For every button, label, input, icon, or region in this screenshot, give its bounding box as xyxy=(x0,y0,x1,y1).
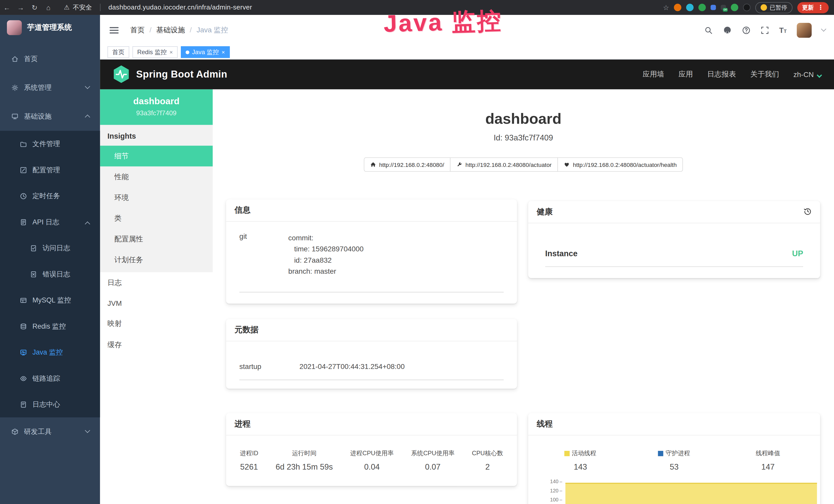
infrastructure-submenu: 文件管理 配置管理 定时任务 API 日志 访问日志 xyxy=(0,131,100,417)
tab-java-monitor[interactable]: Java 监控× xyxy=(181,46,229,58)
sba-brand[interactable]: Spring Boot Admin xyxy=(113,65,227,84)
close-icon[interactable]: × xyxy=(170,49,173,55)
sidebar-item-log-center[interactable]: 日志中心 xyxy=(0,391,100,417)
tab-redis-monitor[interactable]: Redis 监控× xyxy=(133,46,178,58)
history-icon[interactable] xyxy=(804,207,812,217)
sidebar-item-dev-tools[interactable]: 研发工具 xyxy=(0,417,100,446)
health-instance-label: Instance xyxy=(545,249,578,258)
legend-yellow-icon xyxy=(564,451,570,456)
chevron-down-icon xyxy=(85,428,90,433)
sidebar-item-mysql-monitor[interactable]: MySQL 监控 xyxy=(0,287,100,313)
github-icon[interactable] xyxy=(723,25,732,35)
menu-item-caches[interactable]: 缓存 xyxy=(100,335,213,356)
service-url-button[interactable]: http://192.168.0.2:48080/ xyxy=(364,157,451,172)
menu-item-config-props[interactable]: 配置属性 xyxy=(100,229,213,249)
sba-brand-title: Spring Boot Admin xyxy=(136,69,227,81)
y-axis-tick: 140 xyxy=(535,479,562,484)
omnibox[interactable]: ⚠ 不安全 dashboard.yudao.iocoder.cn/infra/a… xyxy=(64,3,252,12)
menu-item-logs[interactable]: 日志 xyxy=(100,272,213,294)
sidebar-item-redis-monitor[interactable]: Redis 监控 xyxy=(0,313,100,339)
extension-icon-green[interactable] xyxy=(698,4,706,11)
extension-icon-teal[interactable] xyxy=(686,4,694,11)
sidebar-item-system-mgmt[interactable]: 系统管理 xyxy=(0,73,100,102)
sidebar-item-api-log[interactable]: API 日志 xyxy=(0,209,100,235)
threads-metrics: 活动线程 143 守护进程 53 线程峰值 147 xyxy=(528,435,820,471)
tab-home[interactable]: 首页 xyxy=(107,46,129,58)
metadata-value: 2021-04-27T00:44:31.254+08:00 xyxy=(300,363,405,370)
search-icon[interactable] xyxy=(704,26,713,34)
sba-nav-applications[interactable]: 应用 xyxy=(679,70,693,79)
menu-item-classes[interactable]: 类 xyxy=(100,208,213,229)
extension-icon-orange[interactable] xyxy=(674,4,681,11)
sba-nav-wall[interactable]: 应用墙 xyxy=(643,70,664,79)
insights-group: Insights 细节 性能 环境 类 配置属性 计划任务 xyxy=(100,125,213,272)
sba-nav-about[interactable]: 关于我们 xyxy=(750,70,779,79)
screenshot-stage: ← → ↻ ⌂ ⚠ 不安全 dashboard.yudao.iocoder.cn… xyxy=(0,0,834,504)
metric-pid: 进程ID 5261 xyxy=(240,449,258,471)
close-icon[interactable]: × xyxy=(222,49,225,55)
sidebar-item-config-mgmt[interactable]: 配置管理 xyxy=(0,157,100,183)
process-metrics: 进程ID 5261 运行时间 6d 23h 15m 59s 进程CPU使用率 0… xyxy=(226,435,517,471)
eye-icon xyxy=(20,374,27,382)
threads-card-title: 线程 xyxy=(528,413,820,435)
chevron-down-icon xyxy=(817,72,822,77)
extension-icon-spider[interactable] xyxy=(743,4,750,11)
sidebar-item-access-log[interactable]: 访问日志 xyxy=(0,235,100,261)
fullscreen-icon[interactable] xyxy=(761,26,769,34)
metric-cpu-cores: CPU核心数 2 xyxy=(472,449,503,471)
kebab-menu-icon[interactable]: ⋮ xyxy=(817,4,824,11)
sidebar-item-home[interactable]: 首页 xyxy=(0,45,100,73)
bookmark-star-icon[interactable]: ☆ xyxy=(663,3,669,11)
back-icon[interactable]: ← xyxy=(0,3,14,11)
health-url-button[interactable]: http://192.168.0.2:48080/actuator/health xyxy=(557,157,683,172)
update-button[interactable]: 更新⋮ xyxy=(797,2,829,13)
sidebar-item-file-mgmt[interactable]: 文件管理 xyxy=(0,131,100,157)
smiley-icon xyxy=(761,4,767,11)
metadata-card-title: 元数据 xyxy=(226,319,517,341)
menu-item-environment[interactable]: 环境 xyxy=(100,187,213,208)
sidebar-item-java-monitor[interactable]: Java 监控 xyxy=(0,339,100,365)
breadcrumb-infra[interactable]: 基础设施 xyxy=(156,25,185,35)
menu-item-jvm[interactable]: JVM xyxy=(100,294,213,313)
instance-header[interactable]: dashboard 93a3fc7f7409 xyxy=(100,89,213,125)
breadcrumb-home[interactable]: 首页 xyxy=(130,25,145,35)
paused-badge[interactable]: 已暂停 xyxy=(755,2,793,13)
divider xyxy=(100,4,101,11)
hamburger-icon[interactable] xyxy=(110,25,119,35)
health-instance-row[interactable]: Instance UP xyxy=(545,249,803,267)
sba-sidebar: dashboard 93a3fc7f7409 Insights 细节 性能 环境… xyxy=(100,89,213,504)
extension-icon-blue-grid[interactable] xyxy=(711,5,716,10)
app-title: 芋道管理系统 xyxy=(27,23,72,32)
user-avatar[interactable] xyxy=(797,23,812,38)
app-sidebar: 芋道管理系统 首页 系统管理 基础设施 文件管理 xyxy=(0,15,100,504)
menu-item-details[interactable]: 细节 xyxy=(100,145,213,166)
sba-nav-journal[interactable]: 日志报表 xyxy=(707,70,736,79)
menu-item-mappings[interactable]: 映射 xyxy=(100,313,213,335)
actuator-url-button[interactable]: http://192.168.0.2:48080/actuator xyxy=(450,157,558,172)
forward-icon[interactable]: → xyxy=(14,3,28,11)
url-text[interactable]: dashboard.yudao.iocoder.cn/infra/admin-s… xyxy=(108,4,252,11)
cube-icon xyxy=(11,428,19,435)
sidebar-item-scheduled-jobs[interactable]: 定时任务 xyxy=(0,183,100,209)
infrastructure-icon xyxy=(11,113,19,120)
sidebar-item-infrastructure[interactable]: 基础设施 xyxy=(0,102,100,131)
document-icon xyxy=(20,218,27,226)
instance-links: http://192.168.0.2:48080/ http://192.168… xyxy=(213,157,834,172)
chevron-up-icon xyxy=(85,222,90,227)
extension-icon-leaf[interactable] xyxy=(731,4,738,11)
extension-icon-dark[interactable]: on xyxy=(721,5,726,10)
font-size-icon[interactable]: TT xyxy=(779,26,787,34)
app-logo[interactable]: 芋道管理系统 xyxy=(0,15,100,40)
chevron-up-icon xyxy=(85,115,90,120)
sidebar-item-error-log[interactable]: 错误日志 xyxy=(0,261,100,287)
sba-locale-select[interactable]: zh-CN xyxy=(793,70,821,78)
home-icon[interactable]: ⌂ xyxy=(42,3,56,11)
security-label[interactable]: 不安全 xyxy=(73,3,92,12)
help-icon[interactable] xyxy=(742,26,750,34)
heartbeat-icon xyxy=(564,162,570,168)
avatar-caret-icon[interactable] xyxy=(821,26,826,31)
sidebar-item-tracing[interactable]: 链路追踪 xyxy=(0,365,100,391)
reload-icon[interactable]: ↻ xyxy=(28,3,42,11)
menu-item-scheduled-tasks[interactable]: 计划任务 xyxy=(100,249,213,270)
menu-item-performance[interactable]: 性能 xyxy=(100,166,213,187)
